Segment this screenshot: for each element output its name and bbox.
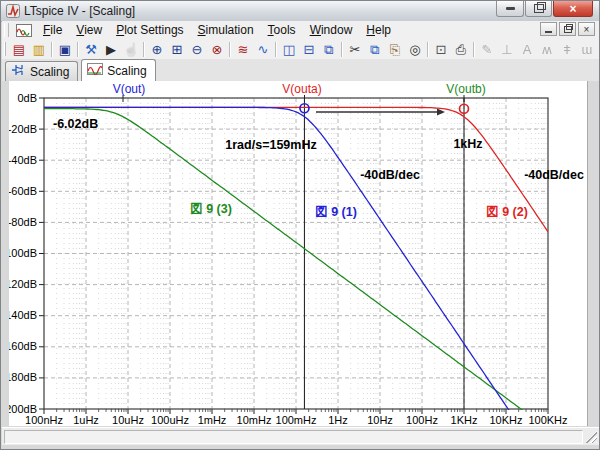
- x-tick-label: 1KHz: [451, 414, 478, 426]
- tab-label: Scaling: [30, 65, 69, 79]
- trace-label-v(outb)[interactable]: V(outb): [446, 82, 485, 96]
- y-tick-label: -40dB: [9, 154, 37, 166]
- status-text: [4, 430, 583, 444]
- x-tick-label: 10Hz: [367, 414, 393, 426]
- ground-icon: ⊥: [497, 40, 517, 59]
- resize-grip-icon[interactable]: [585, 431, 597, 443]
- trace-label-v(out)[interactable]: V(out): [113, 82, 146, 96]
- menu-view[interactable]: View: [69, 22, 109, 39]
- schematic-icon: [11, 64, 30, 79]
- menu-window[interactable]: Window: [303, 22, 360, 39]
- toolbar-grip[interactable]: [4, 42, 6, 56]
- plot-annotation[interactable]: 図 9 (1): [315, 205, 357, 219]
- tab-scaling-1[interactable]: Scaling: [5, 61, 78, 81]
- print-preview-icon[interactable]: ⊡: [431, 40, 451, 59]
- resistor-icon: ʍ: [537, 40, 557, 59]
- print-icon[interactable]: ⎙: [451, 40, 471, 59]
- menu-plot-settings[interactable]: Plot Settings: [109, 22, 190, 39]
- open-file-icon[interactable]: ▥: [29, 40, 49, 59]
- mdi-restore-icon: [564, 26, 572, 33]
- waveform-panel: 0dB-20dB-40dB-60dB-80dB-100dB-120dB-140d…: [9, 81, 588, 426]
- plot-annotation[interactable]: -6.02dB: [53, 117, 98, 131]
- waveform-icon: [87, 63, 107, 78]
- toolbar-separator: [77, 42, 79, 57]
- menu-items: FileViewPlot SettingsSimulationToolsWind…: [36, 22, 398, 39]
- x-tick-label: 1mHz: [198, 414, 227, 426]
- mdi-close-icon: ×: [584, 24, 590, 35]
- trace-v(outb): [44, 109, 524, 411]
- plot-annotation[interactable]: 1rad/s=159mHz: [225, 138, 316, 152]
- toolbar-separator: [341, 42, 343, 57]
- minimize-icon: [506, 7, 515, 10]
- halt-icon: ☝: [121, 40, 141, 59]
- x-tick-label: 100mHz: [276, 414, 317, 426]
- toolbar-items: ▤▥▣⚒▶☝⊕⊞⊖⊗≋∿◫⊟⧉✂⧉⎘◎⊡⎙✎⊥Aʍǂɯ▷D+☞: [9, 40, 600, 59]
- mdi-minimize-icon: [545, 31, 552, 33]
- title-bar[interactable]: LTspice IV - [Scaling] ×: [1, 1, 599, 22]
- new-schematic-icon[interactable]: ▤: [9, 40, 29, 59]
- cascade-windows-icon[interactable]: ⧉: [319, 40, 339, 59]
- y-tick-label: -80dB: [9, 216, 37, 228]
- plot-annotation[interactable]: -40dB/dec: [524, 168, 584, 182]
- y-tick-label: -100dB: [9, 247, 37, 259]
- toolbar-separator: [143, 42, 145, 57]
- plot-settings-icon[interactable]: ∿: [253, 40, 273, 59]
- toolbar-separator: [275, 42, 277, 57]
- zoom-out-icon[interactable]: ⊖: [187, 40, 207, 59]
- y-tick-label: -60dB: [9, 185, 37, 197]
- trace-label-v(outa)[interactable]: V(outa): [282, 82, 321, 96]
- minimize-button[interactable]: [496, 1, 524, 17]
- autorange-y-icon[interactable]: ≋: [233, 40, 253, 59]
- plot-annotation[interactable]: 図 9 (2): [486, 205, 528, 219]
- copy-icon[interactable]: ⧉: [365, 40, 385, 59]
- find-icon[interactable]: ◎: [405, 40, 425, 59]
- annotation-arrowhead: [437, 109, 445, 116]
- x-tick-label: 100KHz: [528, 414, 567, 426]
- plot-annotation[interactable]: 図 9 (3): [190, 202, 232, 216]
- zoom-region-icon[interactable]: ⊞: [167, 40, 187, 59]
- save-icon[interactable]: ▣: [55, 40, 75, 59]
- y-tick-label: -120dB: [9, 278, 37, 290]
- wire-icon: ✎: [477, 40, 497, 59]
- menu-simulation[interactable]: Simulation: [191, 22, 261, 39]
- mdi-restore-button[interactable]: [559, 22, 576, 36]
- window-controls: ×: [495, 1, 593, 17]
- inductor-icon: ɯ: [577, 40, 597, 59]
- y-tick-label: 0dB: [17, 92, 37, 104]
- plot-annotation[interactable]: 1kHz: [453, 137, 482, 151]
- mdi-close-button[interactable]: ×: [578, 22, 595, 36]
- toolbar-separator: [51, 42, 53, 57]
- menu-tools[interactable]: Tools: [261, 22, 303, 39]
- tile-vertical-icon[interactable]: ◫: [279, 40, 299, 59]
- tab-scaling-2[interactable]: Scaling: [81, 59, 155, 81]
- cut-icon[interactable]: ✂: [345, 40, 365, 59]
- menu-help[interactable]: Help: [359, 22, 398, 39]
- tab-label: Scaling: [107, 64, 146, 78]
- x-tick-label: 1uHz: [73, 414, 99, 426]
- capacitor-icon: ǂ: [557, 40, 577, 59]
- close-button[interactable]: ×: [553, 1, 593, 17]
- tile-horizontal-icon[interactable]: ⊟: [299, 40, 319, 59]
- menu-bar: FileViewPlot SettingsSimulationToolsWind…: [2, 21, 599, 40]
- ltspice-window: LTspice IV - [Scaling] × FileViewPlot Se…: [0, 0, 600, 450]
- y-tick-label: -180dB: [9, 371, 37, 383]
- trace-v(out): [44, 107, 510, 411]
- restore-button[interactable]: [525, 1, 552, 17]
- y-tick-label: -20dB: [9, 123, 37, 135]
- zoom-in-icon[interactable]: ⊕: [147, 40, 167, 59]
- x-tick-label: 100nHz: [25, 414, 63, 426]
- y-tick-label: -200dB: [9, 403, 37, 415]
- x-tick-label: 1Hz: [328, 414, 348, 426]
- run-icon[interactable]: ▶: [101, 40, 121, 59]
- zoom-full-extents-icon[interactable]: ⊗: [207, 40, 227, 59]
- mdi-minimize-button[interactable]: [540, 22, 557, 36]
- menu-file[interactable]: File: [36, 22, 69, 39]
- toolbar-separator: [229, 42, 231, 57]
- menubar-grip[interactable]: [4, 23, 9, 37]
- paste-icon[interactable]: ⎘: [385, 40, 405, 59]
- restore-icon: [534, 4, 544, 13]
- control-panel-icon[interactable]: ⚒: [81, 40, 101, 59]
- y-tick-label: -140dB: [9, 309, 37, 321]
- plot-annotation[interactable]: -40dB/dec: [360, 168, 420, 182]
- tab-bar: ScalingScaling: [2, 59, 599, 81]
